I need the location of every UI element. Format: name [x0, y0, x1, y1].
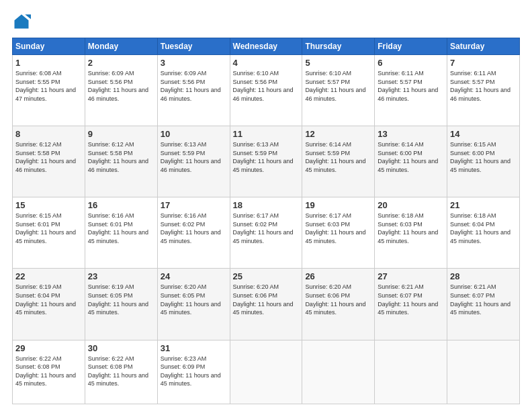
day-number: 23	[88, 271, 154, 281]
calendar-cell: 1 Sunrise: 6:08 AM Sunset: 5:55 PM Dayli…	[13, 55, 85, 126]
day-info: Sunrise: 6:10 AM Sunset: 5:57 PM Dayligh…	[305, 69, 371, 103]
day-info: Sunrise: 6:18 AM Sunset: 6:04 PM Dayligh…	[450, 212, 517, 245]
day-info: Sunrise: 6:13 AM Sunset: 5:59 PM Dayligh…	[161, 140, 227, 174]
weekday-header-tuesday: Tuesday	[157, 38, 230, 55]
calendar-cell: 13 Sunrise: 6:14 AM Sunset: 6:00 PM Dayl…	[375, 126, 447, 197]
logo-icon	[12, 12, 31, 31]
calendar-cell: 31 Sunrise: 6:23 AM Sunset: 6:09 PM Dayl…	[157, 340, 230, 404]
calendar-cell: 23 Sunrise: 6:19 AM Sunset: 6:05 PM Dayl…	[85, 269, 157, 340]
day-number: 14	[450, 129, 517, 139]
day-info: Sunrise: 6:20 AM Sunset: 6:06 PM Dayligh…	[233, 283, 300, 316]
day-number: 2	[88, 58, 154, 68]
day-number: 13	[378, 129, 444, 139]
header	[12, 12, 520, 31]
calendar-cell: 2 Sunrise: 6:09 AM Sunset: 5:56 PM Dayli…	[85, 55, 157, 126]
day-number: 3	[161, 58, 227, 68]
day-info: Sunrise: 6:22 AM Sunset: 6:08 PM Dayligh…	[15, 355, 82, 388]
day-number: 19	[305, 200, 371, 210]
day-number: 11	[233, 129, 300, 139]
day-info: Sunrise: 6:10 AM Sunset: 5:56 PM Dayligh…	[233, 69, 300, 103]
day-info: Sunrise: 6:23 AM Sunset: 6:09 PM Dayligh…	[161, 355, 227, 388]
day-info: Sunrise: 6:09 AM Sunset: 5:56 PM Dayligh…	[161, 69, 227, 103]
day-info: Sunrise: 6:18 AM Sunset: 6:03 PM Dayligh…	[378, 212, 444, 245]
calendar-cell: 21 Sunrise: 6:18 AM Sunset: 6:04 PM Dayl…	[447, 197, 520, 269]
day-number: 27	[378, 271, 444, 281]
calendar-cell: 4 Sunrise: 6:10 AM Sunset: 5:56 PM Dayli…	[230, 55, 302, 126]
day-number: 30	[88, 343, 154, 353]
calendar-week-row-1: 1 Sunrise: 6:08 AM Sunset: 5:55 PM Dayli…	[13, 55, 520, 126]
day-number: 31	[161, 343, 227, 353]
calendar-cell	[230, 340, 302, 404]
calendar-table: SundayMondayTuesdayWednesdayThursdayFrid…	[12, 38, 520, 404]
calendar-week-row-2: 8 Sunrise: 6:12 AM Sunset: 5:58 PM Dayli…	[13, 126, 520, 197]
calendar-cell: 16 Sunrise: 6:16 AM Sunset: 6:01 PM Dayl…	[85, 197, 157, 269]
day-info: Sunrise: 6:08 AM Sunset: 5:55 PM Dayligh…	[15, 69, 82, 103]
day-info: Sunrise: 6:14 AM Sunset: 5:59 PM Dayligh…	[305, 140, 371, 174]
day-info: Sunrise: 6:21 AM Sunset: 6:07 PM Dayligh…	[378, 283, 444, 316]
weekday-header-saturday: Saturday	[447, 38, 520, 55]
day-info: Sunrise: 6:12 AM Sunset: 5:58 PM Dayligh…	[88, 140, 154, 174]
calendar-cell: 30 Sunrise: 6:22 AM Sunset: 6:08 PM Dayl…	[85, 340, 157, 404]
day-info: Sunrise: 6:22 AM Sunset: 6:08 PM Dayligh…	[88, 355, 154, 388]
day-number: 25	[233, 271, 300, 281]
day-number: 20	[378, 200, 444, 210]
day-number: 17	[161, 200, 227, 210]
weekday-header-wednesday: Wednesday	[230, 38, 302, 55]
day-info: Sunrise: 6:14 AM Sunset: 6:00 PM Dayligh…	[378, 140, 444, 174]
calendar-cell: 6 Sunrise: 6:11 AM Sunset: 5:57 PM Dayli…	[375, 55, 447, 126]
day-number: 24	[161, 271, 227, 281]
calendar-cell: 5 Sunrise: 6:10 AM Sunset: 5:57 PM Dayli…	[302, 55, 375, 126]
day-number: 18	[233, 200, 300, 210]
weekday-header-row: SundayMondayTuesdayWednesdayThursdayFrid…	[13, 38, 520, 55]
day-info: Sunrise: 6:16 AM Sunset: 6:02 PM Dayligh…	[161, 212, 227, 245]
calendar-cell: 7 Sunrise: 6:11 AM Sunset: 5:57 PM Dayli…	[447, 55, 520, 126]
day-number: 1	[15, 58, 82, 68]
day-info: Sunrise: 6:20 AM Sunset: 6:05 PM Dayligh…	[161, 283, 227, 316]
day-number: 29	[15, 343, 82, 353]
calendar-week-row-3: 15 Sunrise: 6:15 AM Sunset: 6:01 PM Dayl…	[13, 197, 520, 269]
day-info: Sunrise: 6:11 AM Sunset: 5:57 PM Dayligh…	[450, 69, 517, 103]
calendar-cell: 8 Sunrise: 6:12 AM Sunset: 5:58 PM Dayli…	[13, 126, 85, 197]
page: SundayMondayTuesdayWednesdayThursdayFrid…	[0, 0, 532, 411]
svg-marker-0	[15, 15, 29, 29]
day-info: Sunrise: 6:15 AM Sunset: 6:01 PM Dayligh…	[15, 212, 82, 245]
day-info: Sunrise: 6:16 AM Sunset: 6:01 PM Dayligh…	[88, 212, 154, 245]
day-number: 5	[305, 58, 371, 68]
day-info: Sunrise: 6:11 AM Sunset: 5:57 PM Dayligh…	[378, 69, 444, 103]
day-info: Sunrise: 6:17 AM Sunset: 6:03 PM Dayligh…	[305, 212, 371, 245]
day-info: Sunrise: 6:12 AM Sunset: 5:58 PM Dayligh…	[15, 140, 82, 174]
day-number: 10	[161, 129, 227, 139]
day-info: Sunrise: 6:19 AM Sunset: 6:04 PM Dayligh…	[15, 283, 82, 316]
day-info: Sunrise: 6:13 AM Sunset: 5:59 PM Dayligh…	[233, 140, 300, 174]
calendar-cell: 18 Sunrise: 6:17 AM Sunset: 6:02 PM Dayl…	[230, 197, 302, 269]
calendar-cell	[302, 340, 375, 404]
day-info: Sunrise: 6:19 AM Sunset: 6:05 PM Dayligh…	[88, 283, 154, 316]
calendar-cell: 14 Sunrise: 6:15 AM Sunset: 6:00 PM Dayl…	[447, 126, 520, 197]
weekday-header-sunday: Sunday	[13, 38, 85, 55]
day-number: 9	[88, 129, 154, 139]
day-info: Sunrise: 6:09 AM Sunset: 5:56 PM Dayligh…	[88, 69, 154, 103]
calendar-cell: 20 Sunrise: 6:18 AM Sunset: 6:03 PM Dayl…	[375, 197, 447, 269]
day-info: Sunrise: 6:20 AM Sunset: 6:06 PM Dayligh…	[305, 283, 371, 316]
calendar-cell: 22 Sunrise: 6:19 AM Sunset: 6:04 PM Dayl…	[13, 269, 85, 340]
day-number: 7	[450, 58, 517, 68]
calendar-cell	[375, 340, 447, 404]
day-number: 12	[305, 129, 371, 139]
day-number: 26	[305, 271, 371, 281]
weekday-header-friday: Friday	[375, 38, 447, 55]
logo	[12, 12, 34, 31]
calendar-cell: 10 Sunrise: 6:13 AM Sunset: 5:59 PM Dayl…	[157, 126, 230, 197]
calendar-cell: 26 Sunrise: 6:20 AM Sunset: 6:06 PM Dayl…	[302, 269, 375, 340]
calendar-cell: 25 Sunrise: 6:20 AM Sunset: 6:06 PM Dayl…	[230, 269, 302, 340]
calendar-cell	[447, 340, 520, 404]
day-number: 8	[15, 129, 82, 139]
calendar-cell: 3 Sunrise: 6:09 AM Sunset: 5:56 PM Dayli…	[157, 55, 230, 126]
weekday-header-monday: Monday	[85, 38, 157, 55]
day-number: 15	[15, 200, 82, 210]
calendar-cell: 12 Sunrise: 6:14 AM Sunset: 5:59 PM Dayl…	[302, 126, 375, 197]
day-number: 4	[233, 58, 300, 68]
day-info: Sunrise: 6:15 AM Sunset: 6:00 PM Dayligh…	[450, 140, 517, 174]
weekday-header-thursday: Thursday	[302, 38, 375, 55]
calendar-cell: 29 Sunrise: 6:22 AM Sunset: 6:08 PM Dayl…	[13, 340, 85, 404]
calendar-cell: 27 Sunrise: 6:21 AM Sunset: 6:07 PM Dayl…	[375, 269, 447, 340]
